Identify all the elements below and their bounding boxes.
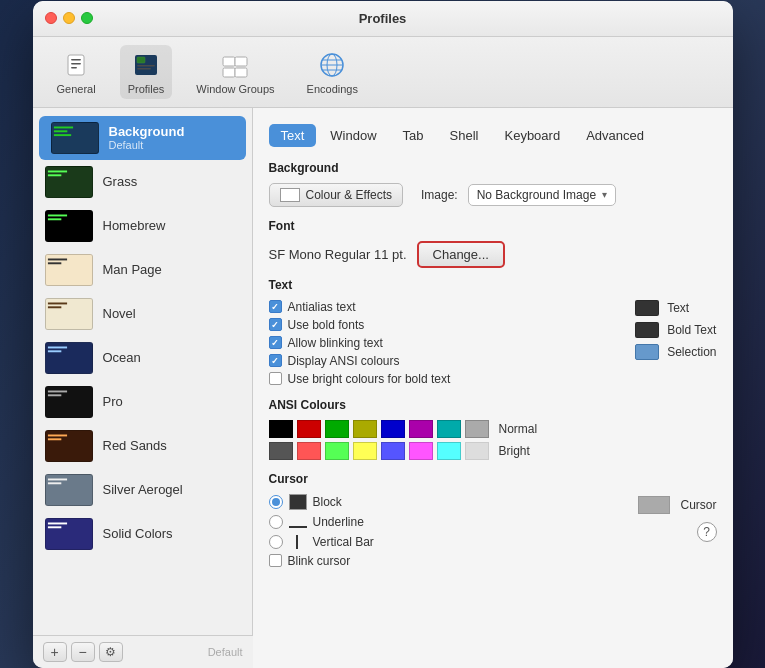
maximize-button[interactable] xyxy=(81,12,93,24)
ansi-bright-7[interactable] xyxy=(465,442,489,460)
blink-cursor-checkbox[interactable] xyxy=(269,554,282,567)
selection-color-swatch[interactable] xyxy=(635,344,659,360)
close-button[interactable] xyxy=(45,12,57,24)
sidebar-item-novel[interactable]: Novel xyxy=(33,292,252,336)
image-select-dropdown[interactable]: No Background Image ▾ xyxy=(468,184,616,206)
profile-thumb-novel xyxy=(45,298,93,330)
sidebar-footer: + − ⚙ Default xyxy=(33,635,253,668)
svg-rect-23 xyxy=(47,174,60,176)
cursor-right-panel: Cursor ? xyxy=(638,492,716,542)
ansi-normal-5[interactable] xyxy=(409,420,433,438)
sidebar-item-pro[interactable]: Pro xyxy=(33,380,252,424)
profile-thumb-pro xyxy=(45,386,93,418)
sidebar-item-grass[interactable]: Grass xyxy=(33,160,252,204)
tab-tab[interactable]: Tab xyxy=(391,124,436,147)
cursor-color-swatch[interactable] xyxy=(638,496,670,514)
help-button[interactable]: ? xyxy=(697,522,717,542)
ansi-bright-6[interactable] xyxy=(437,442,461,460)
background-section-title: Background xyxy=(269,161,717,175)
toolbar-item-general[interactable]: General xyxy=(49,45,104,99)
profiles-icon xyxy=(130,49,162,81)
window-groups-icon xyxy=(219,49,251,81)
tab-window[interactable]: Window xyxy=(318,124,388,147)
ansi-bright-3[interactable] xyxy=(353,442,377,460)
tab-keyboard[interactable]: Keyboard xyxy=(492,124,572,147)
tab-text[interactable]: Text xyxy=(269,124,317,147)
toolbar-profiles-label: Profiles xyxy=(128,83,165,95)
sidebar-panel: Background Default Grass Homebrew xyxy=(33,108,253,668)
cursor-block-radio[interactable] xyxy=(269,495,283,509)
remove-profile-button[interactable]: − xyxy=(71,642,95,662)
cursor-underline-label: Underline xyxy=(313,515,364,529)
sidebar-item-manpage[interactable]: Man Page xyxy=(33,248,252,292)
image-label: Image: xyxy=(421,188,458,202)
cursor-block-row: Block xyxy=(269,494,374,510)
toolbar-item-window-groups[interactable]: Window Groups xyxy=(188,45,282,99)
ansi-bright-5[interactable] xyxy=(409,442,433,460)
sidebar-item-silver[interactable]: Silver Aerogel xyxy=(33,468,252,512)
sidebar-item-redsands[interactable]: Red Sands xyxy=(33,424,252,468)
bold-text-color-swatch[interactable] xyxy=(635,322,659,338)
checkbox-bold: ✓ Use bold fonts xyxy=(269,318,616,332)
ansi-normal-3[interactable] xyxy=(353,420,377,438)
ansi-bright-2[interactable] xyxy=(325,442,349,460)
ansi-normal-0[interactable] xyxy=(269,420,293,438)
svg-rect-2 xyxy=(71,63,81,65)
profile-info-basic: Background Default xyxy=(109,124,185,151)
cursor-section-title: Cursor xyxy=(269,472,374,486)
sidebar-item-basic[interactable]: Background Default xyxy=(39,116,246,160)
font-value: SF Mono Regular 11 pt. xyxy=(269,247,407,262)
gear-profile-button[interactable]: ⚙ xyxy=(99,642,123,662)
profile-thumb-manpage xyxy=(45,254,93,286)
bold-checkbox[interactable]: ✓ xyxy=(269,318,282,331)
cursor-vertical-icon xyxy=(289,534,307,550)
text-color-swatch[interactable] xyxy=(635,300,659,316)
sidebar-item-solid[interactable]: Solid Colors xyxy=(33,512,252,556)
svg-rect-0 xyxy=(68,55,84,75)
toolbar-window-groups-label: Window Groups xyxy=(196,83,274,95)
ansi-bright-4[interactable] xyxy=(381,442,405,460)
colour-effects-label: Colour & Effects xyxy=(306,188,392,202)
checkbox-ansi: ✓ Display ANSI colours xyxy=(269,354,616,368)
cursor-block-icon xyxy=(289,494,307,510)
profile-name-basic: Background xyxy=(109,124,185,139)
cursor-vertical-radio[interactable] xyxy=(269,535,283,549)
add-profile-button[interactable]: + xyxy=(43,642,67,662)
ansi-normal-7[interactable] xyxy=(465,420,489,438)
blink-checkbox[interactable]: ✓ xyxy=(269,336,282,349)
ansi-normal-4[interactable] xyxy=(381,420,405,438)
antialias-checkbox[interactable]: ✓ xyxy=(269,300,282,313)
sidebar-item-ocean[interactable]: Ocean xyxy=(33,336,252,380)
svg-rect-26 xyxy=(47,218,60,220)
text-swatch-row: Text xyxy=(635,300,716,316)
svg-rect-1 xyxy=(71,59,81,61)
ansi-bright-1[interactable] xyxy=(297,442,321,460)
checkbox-bright: Use bright colours for bold text xyxy=(269,372,616,386)
sidebar-item-homebrew[interactable]: Homebrew xyxy=(33,204,252,248)
bright-checkbox[interactable] xyxy=(269,372,282,385)
ansi-grid: Normal Bright xyxy=(269,420,717,460)
ansi-section-title: ANSI Colours xyxy=(269,398,717,412)
ansi-bright-0[interactable] xyxy=(269,442,293,460)
tab-advanced[interactable]: Advanced xyxy=(574,124,656,147)
svg-rect-11 xyxy=(235,68,247,77)
profile-thumb-grass xyxy=(45,166,93,198)
ansi-normal-6[interactable] xyxy=(437,420,461,438)
change-font-button[interactable]: Change... xyxy=(417,241,505,268)
tab-shell[interactable]: Shell xyxy=(438,124,491,147)
toolbar-encodings-label: Encodings xyxy=(307,83,358,95)
ansi-normal-1[interactable] xyxy=(297,420,321,438)
toolbar-item-profiles[interactable]: Profiles xyxy=(120,45,173,99)
window-title: Profiles xyxy=(359,11,407,26)
toolbar-item-encodings[interactable]: Encodings xyxy=(299,45,366,99)
minimize-button[interactable] xyxy=(63,12,75,24)
font-row: SF Mono Regular 11 pt. Change... xyxy=(269,241,717,268)
profile-name-ocean: Ocean xyxy=(103,350,141,365)
image-select-value: No Background Image xyxy=(477,188,596,202)
svg-rect-29 xyxy=(47,262,60,264)
svg-rect-34 xyxy=(47,346,66,348)
colour-effects-button[interactable]: Colour & Effects xyxy=(269,183,403,207)
ansi-checkbox[interactable]: ✓ xyxy=(269,354,282,367)
ansi-normal-2[interactable] xyxy=(325,420,349,438)
cursor-underline-radio[interactable] xyxy=(269,515,283,529)
